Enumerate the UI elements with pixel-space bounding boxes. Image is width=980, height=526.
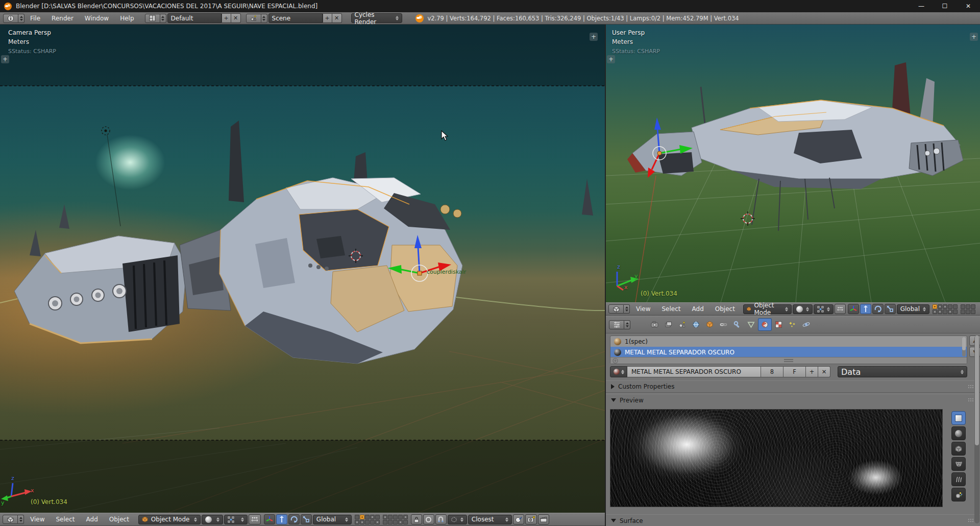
mode-select-left[interactable]: Object Mode [138,515,201,524]
opengl-render-image-button[interactable] [525,514,537,524]
layer-cell[interactable] [971,309,975,314]
editor-type-3dview-button-right[interactable] [608,304,624,314]
layer-cell[interactable] [375,520,380,524]
layer-cell[interactable] [938,309,942,314]
toolshelf-region-expand-icon[interactable]: + [1,55,9,63]
close-button[interactable]: ✕ [957,0,980,12]
opengl-render-button[interactable] [513,514,524,524]
slot-list-scrollbar[interactable] [962,337,966,356]
manipulate-center-points-button-right[interactable] [835,304,846,314]
layer-cell[interactable] [365,520,370,524]
screen-layout-select[interactable]: Default [167,13,222,23]
layer-cell[interactable] [966,309,970,314]
fake-user-button[interactable]: F [783,366,806,377]
preview-panel-header[interactable]: Preview [606,394,980,406]
layer-cell[interactable] [971,304,975,309]
layer-cell[interactable] [961,309,965,314]
render-engine-select[interactable]: Cycles Render [351,13,402,23]
layer-cell[interactable] [961,304,965,309]
add-scene-button[interactable]: + [323,13,332,23]
pivot-point-select-right[interactable] [814,304,834,314]
mode-select-right[interactable]: Object Mode [743,304,792,314]
rotate-manipulator-button-left[interactable] [288,514,300,524]
material-slot-row[interactable]: 1(spec) [610,336,967,347]
tab-physics[interactable] [799,318,813,331]
preview-sphere-button[interactable] [951,426,966,440]
layer-cell[interactable] [966,304,970,309]
scale-manipulator-button-left[interactable] [301,514,312,524]
translate-manipulator-button-left[interactable] [276,514,287,524]
unlink-material-button[interactable]: ✕ [818,366,830,377]
snap-toggle-button[interactable] [435,514,447,524]
properties-scrollbar[interactable] [974,336,979,523]
lock-to-scene-button[interactable] [411,514,422,524]
preview-cube-button[interactable] [951,442,966,456]
pivot-point-select-left[interactable] [224,515,248,524]
layer-cell-active[interactable] [933,304,937,309]
transform-orientation-select-right[interactable]: Global [897,304,929,314]
menu-select-left[interactable]: Select [51,516,80,523]
preview-hair-button[interactable] [951,472,966,486]
manipulate-center-points-button[interactable] [249,514,261,524]
layer-cell[interactable] [403,515,408,519]
transform-orientation-select-left[interactable]: Global [313,515,352,524]
3d-viewport-right[interactable]: z y x User Persp Meters SStatus: CSHARP … [606,25,980,302]
layer-cell[interactable] [948,309,952,314]
3d-viewport-left[interactable]: z x y Camera Persp Meters SStatus: CSHAR… [0,25,605,513]
surface-panel-header[interactable]: Surface [606,514,980,526]
layer-cell[interactable] [393,515,398,519]
menu-help[interactable]: Help [114,15,139,22]
tab-material[interactable] [758,318,772,331]
add-layout-button[interactable]: + [222,13,231,23]
material-name-field[interactable]: METAL METAL SEPARADOR OSCURO [627,366,761,377]
menu-render[interactable]: Render [46,15,79,22]
maximize-button[interactable]: ☐ [933,0,957,12]
layer-cell[interactable] [393,520,398,524]
material-users-count-button[interactable]: 8 [761,366,783,377]
editor-type-arrows-properties[interactable] [624,320,630,329]
menu-file[interactable]: File [24,15,46,22]
slot-add-icon[interactable] [612,358,618,364]
custom-properties-panel-header[interactable]: Custom Properties [606,380,980,393]
viewport-shading-select-right[interactable] [793,304,813,314]
layer-cell[interactable] [355,520,359,524]
layer-cell[interactable] [370,520,375,524]
tab-texture[interactable] [772,318,786,331]
scale-manipulator-button-right[interactable] [885,304,896,314]
properties-region-expand-icon[interactable]: + [590,33,598,41]
menu-add-right[interactable]: Add [687,305,709,313]
layer-cell[interactable] [398,520,403,524]
manipulator-toggle-button-left[interactable] [264,514,275,524]
rotate-manipulator-button-right[interactable] [872,304,884,314]
preview-world-sphere-button[interactable] [951,488,966,501]
material-link-select[interactable]: Data [838,366,967,377]
tab-world[interactable] [689,318,703,331]
translate-manipulator-button-right[interactable] [860,304,871,314]
layers-widget-left[interactable] [355,515,408,524]
layer-cell[interactable] [943,304,947,309]
menu-object-right[interactable]: Object [710,305,740,313]
menu-view-left[interactable]: View [25,516,50,523]
preview-monkey-button[interactable] [951,457,966,471]
layer-cell[interactable] [355,515,359,519]
toolshelf-region-expand-icon-right[interactable]: + [607,55,615,63]
spaceship-model-right[interactable] [627,62,963,231]
scene-icon-button[interactable] [246,14,261,23]
delete-scene-button[interactable]: ✕ [332,13,342,23]
layer-cell[interactable] [398,515,403,519]
tab-modifiers[interactable] [730,318,744,331]
opengl-render-animation-button[interactable] [538,514,549,524]
editor-type-properties-button[interactable] [609,320,624,329]
layer-cell[interactable] [383,515,387,519]
layer-cell[interactable] [365,515,370,519]
screen-layout-icon-button[interactable] [145,14,160,23]
tab-particles[interactable] [786,318,799,331]
browse-material-button[interactable] [610,366,627,377]
layers-widget-right[interactable] [933,304,975,314]
new-material-button[interactable]: + [806,366,818,377]
editor-type-arrows[interactable] [18,14,24,23]
menu-view-right[interactable]: View [631,305,655,313]
layer-cell[interactable] [403,520,408,524]
layer-cell[interactable] [360,520,364,524]
tab-render[interactable] [648,318,662,331]
